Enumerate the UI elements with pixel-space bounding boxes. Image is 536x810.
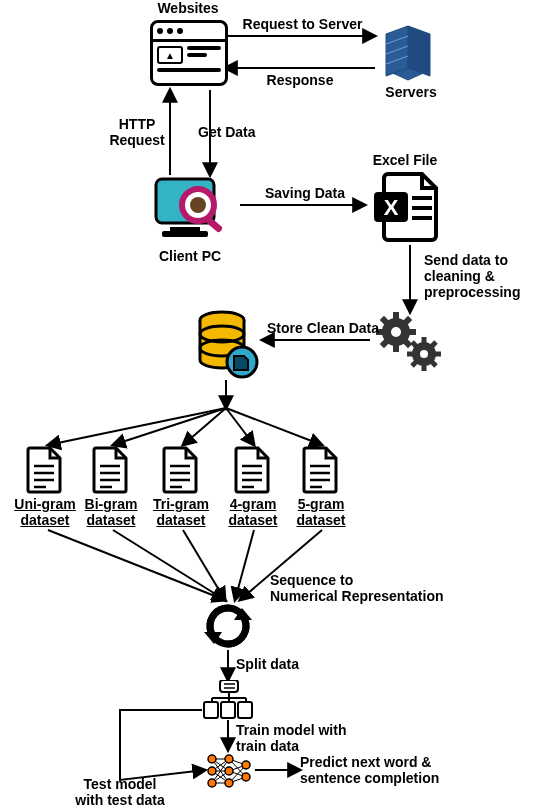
split-data-label: Split data xyxy=(236,656,316,672)
document-icon xyxy=(24,446,64,494)
seq-numrep-label: Sequence to Numerical Representation xyxy=(270,572,470,604)
request-to-server-label: Request to Server xyxy=(230,16,375,32)
excel-file-label: Excel File xyxy=(360,152,450,168)
svg-point-99 xyxy=(225,755,233,763)
split-docs-icon xyxy=(202,680,254,720)
response-label: Response xyxy=(250,72,350,88)
cycle-icon xyxy=(204,602,252,650)
get-data-label: Get Data xyxy=(198,124,278,140)
send-cleaning-label: Send data to cleaning & preprocessing xyxy=(424,252,532,300)
document-icon xyxy=(90,446,130,494)
dataset-label: 5-gram dataset xyxy=(286,496,356,528)
svg-rect-40 xyxy=(393,312,399,320)
svg-line-8 xyxy=(48,408,226,445)
svg-marker-22 xyxy=(386,26,408,76)
svg-marker-23 xyxy=(408,26,430,76)
dataset-label: Uni-gram dataset xyxy=(10,496,80,528)
svg-point-96 xyxy=(208,755,216,763)
svg-point-102 xyxy=(242,761,250,769)
dataset-label: Tri-gram dataset xyxy=(146,496,216,528)
svg-point-39 xyxy=(391,327,401,337)
svg-line-16 xyxy=(235,530,254,600)
svg-text:X: X xyxy=(384,195,399,220)
svg-point-100 xyxy=(225,767,233,775)
dataset-label: Bi-gram dataset xyxy=(76,496,146,528)
svg-point-42 xyxy=(420,350,428,358)
train-with-label: Train model with train data xyxy=(236,722,376,754)
svg-rect-70 xyxy=(220,680,238,692)
excel-file-icon: X xyxy=(370,170,440,242)
browser-window-icon: ▲ xyxy=(150,20,228,86)
svg-rect-43 xyxy=(422,337,427,344)
svg-rect-78 xyxy=(204,702,218,718)
svg-line-13 xyxy=(48,530,225,600)
svg-line-15 xyxy=(183,530,225,600)
dataset-label: 4-gram dataset xyxy=(218,496,288,528)
svg-rect-79 xyxy=(221,702,235,718)
svg-point-97 xyxy=(208,767,216,775)
svg-rect-28 xyxy=(170,227,200,231)
svg-line-14 xyxy=(113,530,225,600)
svg-point-103 xyxy=(242,773,250,781)
test-with-label: Test model with test data xyxy=(60,776,180,808)
svg-rect-29 xyxy=(162,231,208,237)
svg-line-12 xyxy=(226,408,322,445)
saving-data-label: Saving Data xyxy=(250,185,360,201)
svg-point-98 xyxy=(208,779,216,787)
svg-point-101 xyxy=(225,779,233,787)
document-icon xyxy=(300,446,340,494)
predict-label: Predict next word & sentence completion xyxy=(300,754,480,786)
document-icon xyxy=(160,446,200,494)
svg-point-32 xyxy=(190,197,206,213)
svg-rect-80 xyxy=(238,702,252,718)
svg-line-11 xyxy=(226,408,254,445)
document-icon xyxy=(232,446,272,494)
neural-net-icon xyxy=(206,752,252,790)
client-pc-label: Client PC xyxy=(150,248,230,264)
client-pc-icon xyxy=(150,175,230,245)
servers-icon xyxy=(380,20,436,82)
http-request-label: HTTP Request xyxy=(102,116,172,148)
websites-label: Websites xyxy=(148,0,228,16)
svg-line-9 xyxy=(113,408,226,445)
svg-line-10 xyxy=(183,408,226,445)
servers-label: Servers xyxy=(376,84,446,100)
store-clean-label: Store Clean Data xyxy=(258,320,388,336)
database-icon xyxy=(196,310,260,380)
